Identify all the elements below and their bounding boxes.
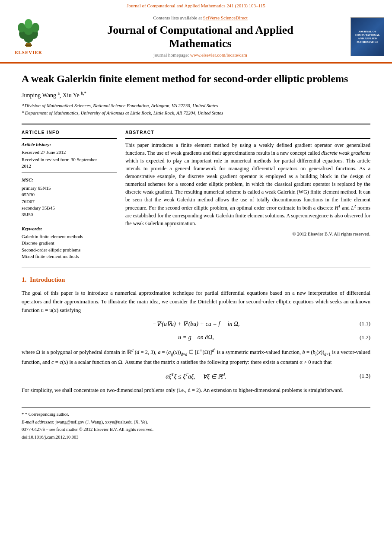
journal-cover-container: JOURNAL OF COMPUTATIONAL AND APPLIED MAT… <box>351 17 385 56</box>
msc-section: MSC: primary 65N15 65N30 76D07 secondary… <box>22 177 117 218</box>
detected-that: that <box>143 359 152 365</box>
intro-para-3: For simplicity, we shall concentrate on … <box>22 386 370 395</box>
svg-point-7 <box>25 19 32 29</box>
intro-section-title: 1. Introduction <box>22 275 370 284</box>
article-info-abstract: ARTICLE INFO Article history: Received 2… <box>22 130 370 260</box>
elsevier-wordmark: ELSEVIER <box>15 49 42 56</box>
abstract-divider <box>125 138 370 139</box>
footnote-star: * * Corresponding author. <box>22 411 370 418</box>
email-ye: xxye@ualr.edu (X. Ye). <box>105 420 148 424</box>
affiliations: ᵃ Division of Mathematical Sciences, Nat… <box>22 102 370 117</box>
eq3-number: (1.3) <box>360 372 370 380</box>
history-label: Article history: <box>22 141 117 148</box>
msc-label: MSC: <box>22 177 117 183</box>
journal-title-line1: Journal of Computational and Applied <box>107 24 293 36</box>
author-ye: Xiu Ye b,* <box>63 92 86 99</box>
msc-item-2: 76D07 <box>22 198 117 205</box>
intro-para-2: where Ω is a polygonal or polyhedral dom… <box>22 347 370 366</box>
journal-header: ELSEVIER Contents lists available at Sci… <box>0 11 392 63</box>
cover-title: JOURNAL OF COMPUTATIONAL AND APPLIED MAT… <box>353 30 382 43</box>
footnote-issn: 0377-0427/$ – see front matter © 2012 El… <box>22 427 370 433</box>
main-content: A weak Galerkin finite element method fo… <box>0 64 392 451</box>
footnote-doi: doi:10.1016/j.cam.2012.10.003 <box>22 434 370 441</box>
footnotes: * * Corresponding author. E-mail address… <box>22 408 370 441</box>
detected-and: and <box>42 359 50 365</box>
section-divider <box>22 267 370 268</box>
article-title: A weak Galerkin finite element method fo… <box>22 72 370 86</box>
svg-point-5 <box>18 23 25 32</box>
equation-1-2: u = g on ∂Ω, (1.2) <box>22 333 370 342</box>
copyright-line: © 2012 Elsevier B.V. All rights reserved… <box>125 231 370 237</box>
affiliation-b-sup: b,* <box>81 91 86 96</box>
equation-1-1: −∇·(a∇u) + ∇·(bu) + cu = f in Ω, (1.1) <box>22 320 370 328</box>
keywords-label: Keywords: <box>22 226 117 232</box>
article-info-column: ARTICLE INFO Article history: Received 2… <box>22 130 117 260</box>
contents-available-text: Contents lists available at <box>153 15 202 20</box>
journal-title: Journal of Computational and Applied Mat… <box>54 23 346 50</box>
revised-date: Received in revised form 30 September201… <box>22 156 117 170</box>
footnote-email: E-mail addresses: jwang@nsf.gov (J. Wang… <box>22 419 370 426</box>
journal-cover-image: JOURNAL OF COMPUTATIONAL AND APPLIED MAT… <box>351 17 384 56</box>
msc-secondary: secondary 35B45 <box>22 205 117 211</box>
abstract-text: This paper introduces a finite element m… <box>125 141 370 227</box>
equation-1-3: αξTξ ≤ ξTaξ, ∀ξ ∈ ℝd. (1.3) <box>22 372 370 381</box>
svg-rect-9 <box>25 45 32 46</box>
email-label: E-mail addresses: <box>22 420 54 424</box>
section-title-text: Introduction <box>30 276 65 283</box>
info-divider-kw <box>22 221 117 221</box>
homepage-label: journal homepage: <box>153 52 189 57</box>
kw-3: Second-order elliptic problems <box>22 247 117 253</box>
journal-homepage: journal homepage: www.elsevier.com/locat… <box>54 52 346 58</box>
msc-primary: primary 65N15 <box>22 185 117 191</box>
section-number: 1. <box>22 276 26 283</box>
msc-last: 35J50 <box>22 211 117 218</box>
sciverse-link[interactable]: SciVerse ScienceDirect <box>203 15 248 20</box>
affiliation-a-sup: a <box>57 91 59 96</box>
abstract-title: ABSTRACT <box>125 130 370 136</box>
abstract-italic-term: discrete weak gradients <box>321 150 370 156</box>
msc-item-1: 65N30 <box>22 191 117 198</box>
info-divider-mid <box>22 172 117 172</box>
eq2-content: u = g on ∂Ω, <box>178 333 214 342</box>
eq3-content: αξTξ ≤ ξTaξ, ∀ξ ∈ ℝd. <box>166 372 226 381</box>
affiliation-a: ᵃ Division of Mathematical Sciences, Nat… <box>22 102 370 109</box>
kw-4: Mixed finite element methods <box>22 253 117 260</box>
info-divider-top <box>22 138 117 139</box>
eq1-number: (1.1) <box>360 320 370 328</box>
authors-line: Junping Wang a, Xiu Ye b,* <box>22 91 370 100</box>
eq1-content: −∇·(a∇u) + ∇·(bu) + cu = f in Ω, <box>152 320 239 328</box>
elsevier-logo-container: ELSEVIER <box>7 17 50 56</box>
kw-1: Galerkin finite element methods <box>22 233 117 240</box>
sciverse-line: Contents lists available at SciVerse Sci… <box>54 15 346 21</box>
eq2-number: (1.2) <box>360 334 370 341</box>
homepage-url[interactable]: www.elsevier.com/locate/cam <box>190 52 247 57</box>
corresponding-author-text: * Corresponding author. <box>25 412 69 417</box>
elsevier-tree-icon <box>13 17 44 48</box>
header-divider <box>22 124 370 124</box>
journal-info-center: Contents lists available at SciVerse Sci… <box>50 15 351 58</box>
intro-para-1: The goal of this paper is to introduce a… <box>22 289 370 315</box>
svg-point-6 <box>32 23 39 32</box>
journal-citation: Journal of Computational and Applied Mat… <box>127 3 265 8</box>
affiliation-b: ᵇ Department of Mathematics, University … <box>22 110 370 116</box>
top-bar: Journal of Computational and Applied Mat… <box>0 0 392 11</box>
keywords-section: Keywords: Galerkin finite element method… <box>22 226 117 260</box>
author-wang: Junping Wang a <box>22 92 60 99</box>
email-wang: jwang@nsf.gov (J. Wang), <box>55 420 104 424</box>
article-info-title: ARTICLE INFO <box>22 130 117 136</box>
received-date: Received 27 June 2012 <box>22 149 117 156</box>
kw-2: Discrete gradient <box>22 240 117 246</box>
journal-title-line2: Mathematics <box>169 37 231 50</box>
elsevier-logo: ELSEVIER <box>7 17 50 56</box>
abstract-column: ABSTRACT This paper introduces a finite … <box>125 130 370 260</box>
